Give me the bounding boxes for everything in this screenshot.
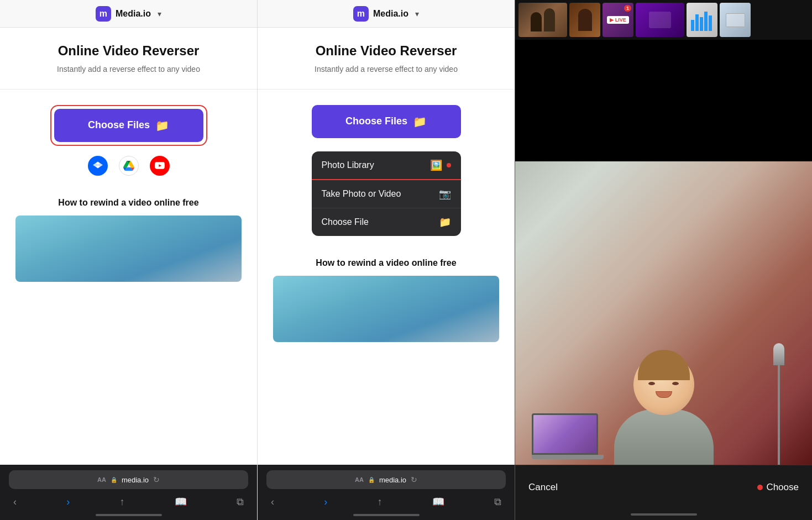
page-content-2: Online Video Reverser Instantly add a re… (258, 28, 515, 465)
mic-head (773, 343, 784, 365)
divider-2 (258, 89, 515, 90)
choose-files-label-2: Choose Files (345, 115, 407, 127)
page-subtitle-2: Instantly add a reverse effect to any vi… (273, 65, 499, 73)
dropdown-item-photo-library[interactable]: Photo Library 🖼️ (312, 151, 461, 180)
right-home-indicator (515, 509, 812, 520)
reload-icon-2[interactable]: ↻ (411, 475, 417, 484)
tabs-icon-1[interactable]: ⧉ (237, 496, 244, 508)
photo-library-label: Photo Library (322, 160, 374, 170)
browser-nav-2: ‹ › ↑ 📖 ⧉ (266, 493, 506, 510)
chevron-down-icon-1[interactable]: ▾ (158, 9, 161, 18)
mic-stand (778, 365, 780, 465)
url-text-2: media.io (379, 476, 406, 484)
phone-panel-2: m Media.io ▾ Online Video Reverser Insta… (258, 0, 515, 520)
how-to-section-2: How to rewind a video online free (273, 247, 499, 342)
page-title-2: Online Video Reverser (273, 43, 499, 59)
bookmarks-icon-2[interactable]: 📖 (432, 496, 444, 508)
dropbox-icon-1[interactable] (88, 156, 108, 176)
chevron-down-icon-2[interactable]: ▾ (415, 9, 419, 18)
folder-icon-1: 📁 (155, 119, 169, 132)
media-logo-1: m (96, 6, 111, 22)
home-bar-1 (96, 514, 162, 516)
home-indicator-1 (9, 510, 248, 520)
share-icon-2[interactable]: ↑ (378, 496, 383, 508)
folder-icon-2: 📁 (413, 115, 427, 128)
choose-file-label: Choose File (322, 217, 369, 227)
browser-bar-1: AA 🔒 media.io ↻ ‹ › ↑ 📖 ⧉ (0, 465, 257, 520)
svg-rect-0 (691, 20, 694, 31)
url-bar-2[interactable]: AA 🔒 media.io ↻ (266, 470, 506, 489)
choose-files-button-2[interactable]: Choose Files 📁 (312, 105, 461, 138)
page-title-1: Online Video Reverser (15, 43, 242, 59)
red-dot-photo (447, 163, 451, 167)
file-icon: 📁 (439, 216, 451, 228)
dropdown-item-take-photo[interactable]: Take Photo or Video 📷 (312, 180, 461, 208)
browser-top-bar-1: m Media.io ▾ (0, 0, 257, 28)
home-indicator-2 (266, 510, 506, 520)
thumb-2[interactable] (569, 3, 600, 37)
person-head (633, 354, 694, 415)
person-body (614, 409, 714, 465)
url-text-1: media.io (122, 476, 149, 484)
right-panel: ▶ LIVE 1 (515, 0, 812, 520)
home-bar-2 (353, 514, 420, 516)
black-middle-section (515, 40, 812, 161)
page-subtitle-1: Instantly add a reverse effect to any vi… (15, 65, 242, 73)
how-to-title-1: How to rewind a video online free (15, 198, 242, 208)
main-video-background (515, 161, 812, 465)
browser-nav-1: ‹ › ↑ 📖 ⧉ (9, 493, 248, 510)
laptop-base (532, 455, 604, 459)
photo-library-icon: 🖼️ (430, 159, 442, 171)
how-to-section-1: How to rewind a video online free (15, 187, 242, 282)
notification-badge: 1 (624, 5, 631, 12)
forward-icon-2[interactable]: › (324, 496, 327, 508)
video-thumbnail-1[interactable] (15, 216, 242, 282)
gdrive-icon-1[interactable] (119, 156, 139, 176)
media-logo-2: m (353, 6, 369, 22)
take-photo-label: Take Photo or Video (322, 189, 401, 199)
thumb-6[interactable] (720, 3, 751, 37)
forward-icon-1[interactable]: › (66, 496, 70, 508)
upload-area-1: Choose Files 📁 (15, 105, 242, 176)
bookmarks-icon-1[interactable]: 📖 (175, 496, 187, 508)
camera-icon: 📷 (439, 188, 451, 200)
back-icon-2[interactable]: ‹ (271, 496, 274, 508)
right-home-bar (631, 513, 697, 516)
lock-icon-2: 🔒 (368, 477, 375, 483)
cancel-button[interactable]: Cancel (528, 482, 558, 493)
video-strip: ▶ LIVE 1 (515, 0, 812, 40)
site-name-2: Media.io (373, 9, 408, 19)
choose-files-button-1[interactable]: Choose Files 📁 (54, 109, 203, 142)
svg-rect-4 (709, 15, 712, 31)
url-aa-1: AA (97, 476, 106, 483)
bottom-action-bar: Cancel Choose (515, 465, 812, 509)
choose-files-label-1: Choose Files (88, 119, 150, 131)
thumb-5[interactable] (687, 3, 717, 37)
laptop-screen (532, 413, 598, 455)
dropdown-item-choose-file[interactable]: Choose File 📁 (312, 208, 461, 236)
person-hair (638, 350, 690, 380)
lock-icon-1: 🔒 (111, 477, 117, 483)
video-thumbnail-2[interactable] (273, 276, 499, 342)
reload-icon-1[interactable]: ↻ (153, 475, 160, 484)
file-source-dropdown: Photo Library 🖼️ Take Photo or Video 📷 C… (312, 151, 461, 236)
choose-red-dot (757, 485, 763, 490)
thumb-1[interactable] (518, 3, 567, 37)
svg-rect-2 (700, 17, 703, 31)
upload-area-2: Choose Files 📁 Photo Library 🖼️ Take Pho… (273, 105, 499, 236)
youtube-icon-1[interactable] (150, 156, 170, 176)
phone-panel-1: m Media.io ▾ Online Video Reverser Insta… (0, 0, 258, 520)
thumb-4[interactable] (636, 3, 684, 37)
thumb-3-container: ▶ LIVE 1 (603, 3, 633, 37)
choose-button[interactable]: Choose (766, 482, 799, 493)
url-aa-2: AA (355, 476, 364, 483)
back-icon-1[interactable]: ‹ (13, 496, 17, 508)
laptop (532, 413, 604, 459)
site-name-1: Media.io (116, 9, 151, 19)
microphone-stand (768, 343, 790, 465)
how-to-title-2: How to rewind a video online free (273, 258, 499, 268)
url-bar-1[interactable]: AA 🔒 media.io ↻ (9, 470, 248, 489)
tabs-icon-2[interactable]: ⧉ (494, 496, 501, 508)
choose-btn-area: Choose (757, 482, 799, 493)
share-icon-1[interactable]: ↑ (120, 496, 125, 508)
